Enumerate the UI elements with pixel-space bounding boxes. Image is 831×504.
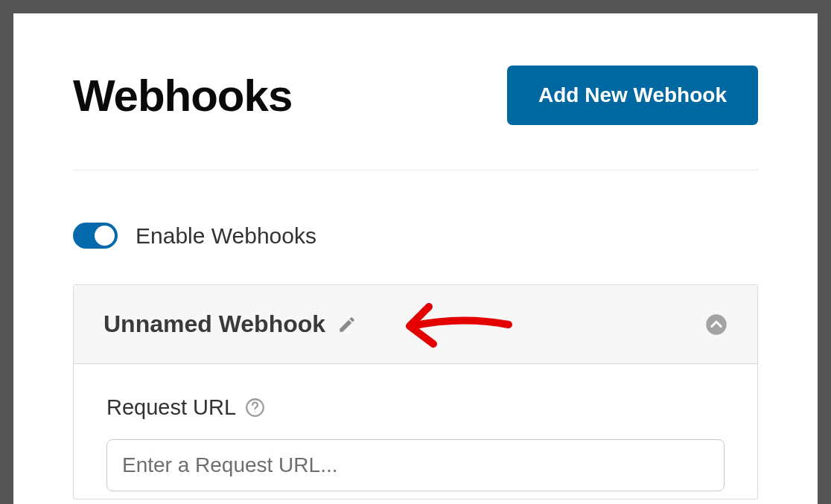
svg-point-0 [706, 314, 727, 335]
toggle-knob [95, 226, 115, 246]
webhook-panel-body: Request URL [74, 364, 757, 499]
enable-toggle-row: Enable Webhooks [73, 223, 758, 249]
help-icon[interactable] [245, 398, 265, 418]
webhook-panel-title: Unnamed Webhook [104, 310, 325, 338]
request-url-label-row: Request URL [106, 395, 725, 420]
pencil-icon[interactable] [337, 315, 357, 334]
add-webhook-button[interactable]: Add New Webhook [507, 66, 758, 125]
webhook-panel: Unnamed Webhook Request URL [73, 284, 758, 500]
svg-point-2 [255, 411, 255, 412]
enable-webhooks-label: Enable Webhooks [136, 223, 316, 249]
webhook-panel-header[interactable]: Unnamed Webhook [74, 285, 757, 364]
request-url-label: Request URL [106, 395, 236, 420]
chevron-up-icon[interactable] [705, 313, 727, 336]
enable-webhooks-toggle[interactable] [73, 223, 118, 249]
request-url-input[interactable] [106, 439, 725, 491]
page-title: Webhooks [73, 70, 292, 121]
page-container: Webhooks Add New Webhook Enable Webhooks… [13, 13, 818, 504]
header-row: Webhooks Add New Webhook [73, 66, 758, 170]
